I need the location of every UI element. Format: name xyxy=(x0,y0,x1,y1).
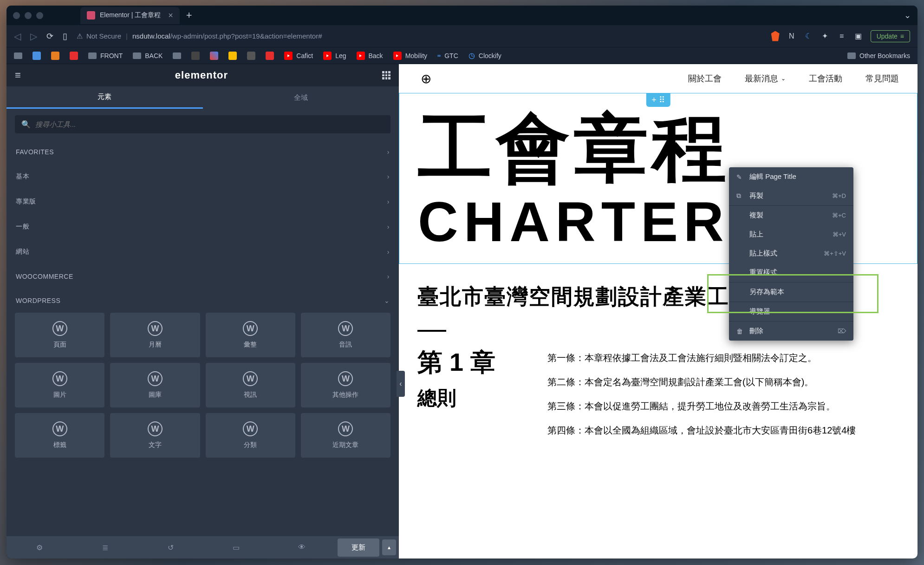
divider xyxy=(417,330,446,332)
wordpress-icon: W xyxy=(148,321,163,336)
category-general[interactable]: 一般 › xyxy=(7,214,399,239)
bookmark-back[interactable]: BACK xyxy=(133,52,163,59)
bookmark-icon[interactable]: ▯ xyxy=(63,31,67,41)
window-close[interactable] xyxy=(13,12,20,19)
category-wordpress[interactable]: WORDPRESS ⌄ xyxy=(7,289,399,313)
bookmark-item[interactable] xyxy=(51,52,59,60)
ctx-duplicate[interactable]: ⧉ 再製 ⌘+D xyxy=(729,186,853,205)
search-icon: 🔍 xyxy=(21,120,31,129)
tabs-overflow-icon[interactable]: ⌄ xyxy=(904,10,911,20)
bookmark-gmail[interactable] xyxy=(210,52,218,60)
address-bar[interactable]: ⚠ Not Secure | nsdutw.local/wp-admin/pos… xyxy=(77,32,762,40)
bookmark-clockify[interactable]: ◷Clockify xyxy=(469,51,501,60)
widget-text[interactable]: W文字 xyxy=(110,413,200,458)
panel-collapse-handle[interactable]: ‹ xyxy=(397,371,405,397)
reload-icon[interactable]: ⟳ xyxy=(46,31,53,41)
notion-icon[interactable]: N xyxy=(787,32,796,41)
browser-tab[interactable]: Elementor | 工會章程 × xyxy=(80,7,180,24)
chevron-down-icon: ⌄ xyxy=(384,297,390,304)
ctx-save-template[interactable]: 另存為範本 xyxy=(729,282,853,302)
tab-global[interactable]: 全域 xyxy=(203,86,399,109)
category-basic[interactable]: 基本 › xyxy=(7,164,399,189)
tab-close-icon[interactable]: × xyxy=(168,11,173,20)
navigator-icon[interactable]: ≣ xyxy=(72,543,137,552)
security-status: Not Secure xyxy=(86,32,121,40)
warning-icon: ⚠ xyxy=(77,32,83,40)
tab-elements[interactable]: 元素 xyxy=(7,86,203,109)
widget-archive[interactable]: W彙整 xyxy=(206,313,295,357)
wordpress-icon: W xyxy=(338,421,353,436)
widget-audio[interactable]: W音訊 xyxy=(301,313,390,357)
new-tab-button[interactable]: + xyxy=(186,9,192,21)
chevron-right-icon: › xyxy=(387,173,390,180)
widget-page[interactable]: W頁面 xyxy=(15,313,104,357)
grid-view-icon[interactable] xyxy=(382,71,390,79)
nav-events[interactable]: 工會活動 xyxy=(809,73,842,84)
update-options-button[interactable]: ▴ xyxy=(382,539,396,555)
settings-icon[interactable]: ⚙ xyxy=(7,543,72,552)
sidebar-icon[interactable]: ▣ xyxy=(854,32,863,41)
category-pro[interactable]: 專業版 › xyxy=(7,189,399,214)
widget-calendar[interactable]: W月曆 xyxy=(110,313,200,357)
ctx-delete[interactable]: 🗑 刪除 ⌦ xyxy=(729,322,853,341)
widget-gallery[interactable]: W圖庫 xyxy=(110,363,200,407)
nav-forward-icon[interactable]: ▷ xyxy=(30,31,37,42)
category-woocommerce[interactable]: WOOCOMMERCE › xyxy=(7,264,399,289)
nav-back-icon[interactable]: ◁ xyxy=(14,31,21,42)
bookmark-gtc[interactable]: ∞GTC xyxy=(437,52,458,59)
chevron-right-icon: › xyxy=(387,273,390,280)
ctx-reset-style[interactable]: 重置樣式 xyxy=(729,263,853,282)
extensions-icon[interactable]: ✦ xyxy=(820,32,830,41)
ctx-navigator[interactable]: 導覽器 xyxy=(729,302,853,321)
widget-recent-posts[interactable]: W近期文章 xyxy=(301,413,390,458)
widget-search-input[interactable] xyxy=(35,120,384,128)
history-icon[interactable]: ↺ xyxy=(138,543,203,552)
bookmark-item[interactable] xyxy=(191,52,200,60)
brave-shields-icon[interactable] xyxy=(771,31,780,41)
chapter-name: 總則 xyxy=(417,385,520,411)
pencil-icon: ✎ xyxy=(736,173,744,181)
bookmark-item[interactable] xyxy=(70,52,78,60)
section-add-handle[interactable]: + ⠿ xyxy=(646,93,670,107)
window-minimize[interactable] xyxy=(25,12,32,19)
bookmark-item[interactable] xyxy=(266,52,274,60)
nav-about[interactable]: 關於工會 xyxy=(688,73,722,84)
ctx-paste-style[interactable]: 貼上樣式 ⌘+⇧+V xyxy=(729,244,853,263)
responsive-icon[interactable]: ▭ xyxy=(203,543,269,552)
widget-other[interactable]: W其他操作 xyxy=(301,363,390,407)
widget-image[interactable]: W圖片 xyxy=(15,363,104,407)
bookmark-item[interactable] xyxy=(247,52,255,60)
ctx-copy[interactable]: 複製 ⌘+C xyxy=(729,206,853,225)
nav-news[interactable]: 最新消息⌄ xyxy=(745,73,786,84)
category-site[interactable]: 網站 › xyxy=(7,239,399,264)
bookmark-folder[interactable] xyxy=(173,53,181,59)
chevron-right-icon: › xyxy=(387,223,390,230)
article-text: 第二條：本會定名為臺灣空間規劃設計產業工會(以下簡稱本會)。 xyxy=(547,370,899,394)
hamburger-icon[interactable]: ≡ xyxy=(15,69,21,81)
bookmark-other[interactable]: Other Bookmarks xyxy=(847,52,910,59)
crescent-icon[interactable]: ☾ xyxy=(804,32,813,41)
widget-categories[interactable]: W分類 xyxy=(206,413,295,458)
bookmark-item[interactable] xyxy=(33,52,41,60)
widget-tags[interactable]: W標籤 xyxy=(15,413,104,458)
article-text: 第一條：本章程依據工會法及工會法施行細則暨相關法令訂定之。 xyxy=(547,346,899,370)
bookmark-drive[interactable] xyxy=(228,52,237,60)
category-favorites[interactable]: FAVORITES › xyxy=(7,140,399,164)
preview-icon[interactable]: 👁 xyxy=(269,543,335,552)
nav-faq[interactable]: 常見問題 xyxy=(865,73,899,84)
reading-list-icon[interactable]: ≡ xyxy=(837,32,846,41)
site-logo[interactable]: ⊕ xyxy=(417,70,434,87)
widget-video[interactable]: W視訊 xyxy=(206,363,295,407)
bookmark-cafict[interactable]: Cafict xyxy=(284,52,313,60)
bookmark-folder[interactable] xyxy=(14,53,22,59)
ctx-edit[interactable]: ✎ 編輯 Page Title xyxy=(729,167,853,186)
window-maximize[interactable] xyxy=(36,12,43,19)
browser-update-button[interactable]: Update ≡ xyxy=(871,30,910,42)
bookmark-back2[interactable]: Back xyxy=(357,52,383,60)
update-button[interactable]: 更新 xyxy=(338,539,379,557)
ctx-paste[interactable]: 貼上 ⌘+V xyxy=(729,225,853,244)
bookmark-front[interactable]: FRONT xyxy=(88,52,123,59)
chevron-down-icon: ⌄ xyxy=(781,75,786,82)
bookmark-mobility[interactable]: Mobility xyxy=(393,52,427,60)
bookmark-leg[interactable]: Leg xyxy=(323,52,346,60)
